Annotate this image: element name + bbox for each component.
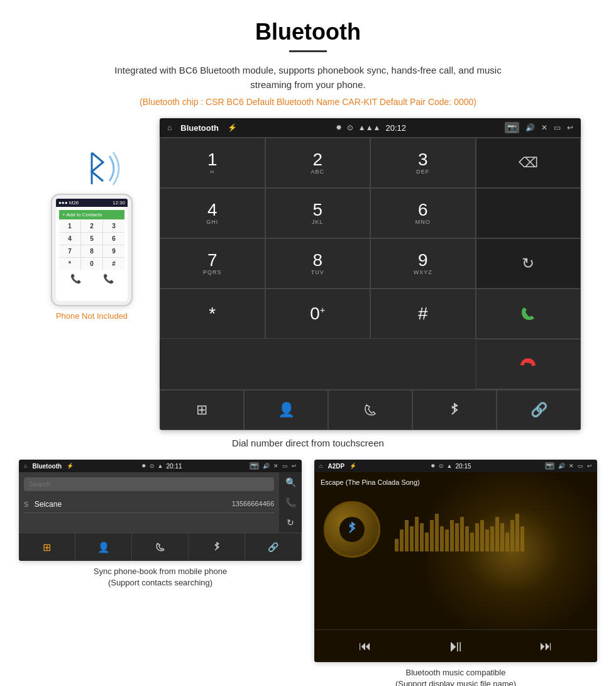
pb-close-icon[interactable]: ✕ — [273, 463, 278, 469]
close-icon[interactable]: ✕ — [541, 123, 547, 132]
bluetooth-symbol — [73, 143, 111, 187]
eq-bar — [430, 520, 434, 551]
dial-red-call[interactable] — [476, 339, 581, 389]
phone-contact-bar: + Add to Contacts — [59, 210, 124, 219]
pb-phone-icon[interactable] — [132, 533, 189, 561]
phone-key-5[interactable]: 5 — [81, 233, 102, 245]
volume-icon[interactable]: 🔊 — [525, 123, 535, 132]
music-song-title-area: Escape (The Pina Colada Song) — [314, 472, 597, 489]
home-icon[interactable]: ⌂ — [167, 123, 172, 132]
main-demo-section: ●●● M26 12:30 + Add to Contacts 1 2 3 4 … — [0, 118, 616, 430]
pb-window-icon[interactable]: ▭ — [282, 463, 288, 469]
statusbar-right: 📷 🔊 ✕ ▭ ↩ — [505, 122, 573, 133]
dial-key-9[interactable]: 9WXYZ — [370, 238, 476, 289]
dial-empty-1 — [476, 188, 581, 238]
phone-key-9[interactable]: 9 — [103, 245, 124, 257]
phone-mockup: ●●● M26 12:30 + Add to Contacts 1 2 3 4 … — [51, 194, 133, 306]
pb-sync-side-icon[interactable]: ↻ — [287, 517, 294, 528]
music-play-btn[interactable]: ⏯ — [448, 636, 464, 656]
bt-status-icon: ✸ — [336, 123, 342, 132]
pb-camera-icon[interactable]: 📷 — [250, 462, 259, 470]
dial-backspace[interactable]: ⌫ — [476, 138, 581, 188]
phone-key-1[interactable]: 1 — [59, 220, 80, 232]
dial-key-6[interactable]: 6MNO — [370, 188, 476, 238]
dial-key-1[interactable]: 1∞ — [160, 138, 265, 188]
contact-number: 13566664466 — [232, 500, 274, 509]
phone-key-8[interactable]: 8 — [81, 245, 102, 257]
pb-signal-icon: ▲ — [158, 463, 163, 469]
window-icon[interactable]: ▭ — [554, 123, 561, 132]
dial-caption: Dial number direct from touchscreen — [0, 438, 616, 448]
contact-seicane[interactable]: S Seicane 13566664466 — [24, 496, 274, 513]
pb-grid-icon[interactable]: ⊞ — [19, 533, 75, 561]
dial-icon-phone[interactable] — [328, 390, 412, 430]
pb-call-side-icon[interactable]: 📞 — [285, 497, 296, 507]
pb-side-icons: 🔍 📞 ↻ — [279, 472, 302, 533]
eq-bar — [465, 526, 469, 551]
phone-key-7[interactable]: 7 — [59, 245, 80, 257]
eq-bar — [475, 523, 479, 551]
dial-rotate[interactable]: ↻ — [476, 238, 581, 289]
phone-key-2[interactable]: 2 — [81, 220, 102, 232]
music-screen-label: A2DP — [327, 463, 344, 470]
music-window-icon[interactable]: ▭ — [578, 463, 583, 469]
dial-key-3[interactable]: 3DEF — [370, 138, 476, 188]
dial-green-call[interactable] — [476, 289, 581, 339]
red-call-icon — [519, 355, 537, 373]
phonebook-car-screen: ⌂ Bluetooth ⚡ ✸ ⊙ ▲ 20:11 📷 🔊 ✕ ▭ ↩ — [19, 460, 302, 561]
bt-album-icon — [344, 522, 360, 537]
dial-key-hash[interactable]: # — [370, 289, 476, 339]
music-prev-btn[interactable]: ⏮ — [359, 639, 371, 653]
music-location-icon: ⊙ — [439, 463, 444, 469]
pb-bt-bottom-icon[interactable] — [189, 533, 245, 561]
phone-key-4[interactable]: 4 — [59, 233, 80, 245]
camera-icon[interactable]: 📷 — [505, 122, 519, 133]
phone-call[interactable]: 📞 — [103, 274, 114, 284]
pb-search-side-icon[interactable]: 🔍 — [285, 477, 296, 487]
music-camera-icon[interactable]: 📷 — [545, 462, 554, 470]
dial-key-7[interactable]: 7PQRS — [160, 238, 265, 289]
music-caption: Bluetooth music compatible (Support disp… — [395, 667, 516, 686]
dial-icon-grid[interactable]: ⊞ — [160, 390, 244, 430]
album-art-inner — [339, 517, 365, 542]
pb-home-icon[interactable]: ⌂ — [24, 463, 27, 469]
phone-key-0[interactable]: 0 — [81, 258, 102, 270]
pb-back-icon[interactable]: ↩ — [292, 463, 297, 469]
dial-key-0[interactable]: 0+ — [265, 289, 371, 339]
phone-key-6[interactable]: 6 — [103, 233, 124, 245]
music-statusbar-left: ⌂ A2DP ⚡ — [319, 463, 356, 470]
dial-key-star[interactable]: * — [160, 289, 265, 339]
pb-link-icon[interactable]: 🔗 — [245, 533, 302, 561]
phonebook-search-input[interactable] — [24, 477, 274, 491]
phone-end-call[interactable]: 📞 — [70, 274, 81, 284]
phone-side: ●●● M26 12:30 + Add to Contacts 1 2 3 4 … — [35, 118, 148, 321]
dial-icon-bluetooth[interactable] — [412, 390, 497, 430]
music-volume-icon[interactable]: 🔊 — [558, 463, 565, 469]
phone-key-star[interactable]: * — [59, 258, 80, 270]
phone-keypad: 1 2 3 4 5 6 7 8 9 * 0 # — [59, 220, 124, 270]
dial-key-5[interactable]: 5JKL — [265, 188, 371, 238]
music-next-btn[interactable]: ⏭ — [540, 639, 553, 653]
eq-bars — [395, 514, 588, 551]
svg-line-2 — [215, 548, 217, 550]
dial-key-2[interactable]: 2ABC — [265, 138, 371, 188]
music-back-icon[interactable]: ↩ — [587, 463, 592, 469]
music-home-icon[interactable]: ⌂ — [319, 463, 322, 469]
pb-volume-icon[interactable]: 🔊 — [263, 463, 270, 469]
dial-icon-link[interactable]: 🔗 — [497, 390, 581, 430]
pb-statusbar-right: 📷 🔊 ✕ ▭ ↩ — [250, 462, 297, 470]
dial-key-8[interactable]: 8TUV — [265, 238, 371, 289]
eq-bar — [470, 533, 474, 551]
phone-key-hash[interactable]: # — [103, 258, 124, 270]
back-icon[interactable]: ↩ — [567, 123, 573, 132]
music-eq-area — [390, 507, 588, 551]
pb-statusbar: ⌂ Bluetooth ⚡ ✸ ⊙ ▲ 20:11 📷 🔊 ✕ ▭ ↩ — [19, 460, 302, 472]
eq-bar — [425, 533, 429, 551]
eq-bar — [420, 523, 424, 551]
phone-key-3[interactable]: 3 — [103, 220, 124, 232]
pb-person-icon[interactable]: 👤 — [75, 533, 132, 561]
statusbar-left: ⌂ Bluetooth ⚡ — [167, 123, 237, 133]
dial-icon-contacts[interactable]: 👤 — [244, 390, 328, 430]
dial-key-4[interactable]: 4GHI — [160, 188, 265, 238]
music-close-icon[interactable]: ✕ — [569, 463, 574, 469]
